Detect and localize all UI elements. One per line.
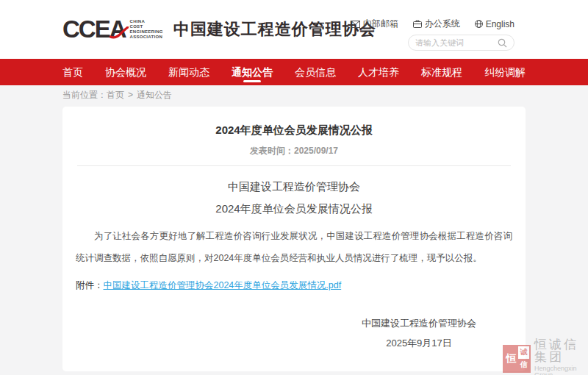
main-nav: 首页 协会概况 新闻动态 通知公告 会员信息 人才培养 标准规程 纠纷调解	[0, 59, 588, 85]
article-card: 2024年度单位会员发展情况公报 发表时间：2025/09/17 中国建设工程造…	[62, 107, 526, 371]
search-box	[408, 35, 514, 51]
site-logo[interactable]: CCEA CHINA COST ENGINEERING ASSOCIATION …	[62, 15, 376, 44]
hengchengxin-seal-icon: 恒 诚 信	[503, 345, 531, 373]
nav-item-standards[interactable]: 标准规程	[421, 59, 462, 85]
breadcrumb-current[interactable]: 通知公告	[137, 90, 172, 100]
breadcrumb-home[interactable]: 首页	[107, 90, 124, 100]
internal-mail-link[interactable]: 内部邮箱	[351, 18, 398, 30]
seal-char-left: 恒	[504, 346, 518, 371]
publish-date: 发表时间：2025/09/17	[62, 146, 526, 156]
body-heading-org: 中国建设工程造价管理协会	[62, 179, 526, 194]
english-label: English	[486, 19, 514, 29]
nav-item-notices[interactable]: 通知公告	[232, 59, 273, 85]
site-title: 中国建设工程造价管理协会	[173, 18, 376, 40]
header-utility-links: 内部邮箱 办公系统 English	[351, 18, 514, 30]
nav-item-news[interactable]: 新闻动态	[168, 59, 209, 85]
signature-date: 2025年9月17日	[362, 337, 476, 350]
watermark-name: 恒诚信集团	[534, 338, 588, 363]
title-divider	[77, 165, 511, 166]
article-title: 2024年度单位会员发展情况公报	[62, 107, 526, 138]
globe-icon	[475, 20, 483, 28]
logo-red-swoosh-icon	[110, 26, 129, 40]
search-icon[interactable]	[498, 38, 507, 48]
nav-item-association-overview[interactable]: 协会概况	[105, 59, 146, 85]
nav-item-home[interactable]: 首页	[62, 59, 83, 85]
seal-char-top: 诚	[518, 346, 529, 359]
search-input[interactable]	[415, 38, 498, 47]
nav-item-member-info[interactable]: 会员信息	[295, 59, 336, 85]
active-tab-underline	[243, 80, 261, 82]
attachment-pdf-link[interactable]: 中国建设工程造价管理协会2024年度单位会员发展情况.pdf	[104, 280, 342, 290]
hengchengxin-watermark: 恒 诚 信 恒诚信集团 Hengchengxin Group	[503, 338, 588, 375]
attachment-label: 附件：	[76, 280, 104, 290]
office-system-link[interactable]: 办公系统	[413, 18, 460, 30]
attachment-row: 附件：中国建设工程造价管理协会2024年度单位会员发展情况.pdf	[76, 279, 512, 292]
seal-char-bottom: 信	[518, 359, 529, 371]
office-system-label: 办公系统	[425, 18, 460, 30]
english-link[interactable]: English	[475, 18, 514, 30]
body-heading-title: 2024年度单位会员发展情况公报	[62, 201, 526, 216]
office-icon	[413, 20, 422, 28]
breadcrumb-separator: >	[128, 90, 133, 100]
nav-item-notices-label: 通知公告	[232, 66, 273, 78]
breadcrumb-prefix: 当前位置：	[62, 90, 107, 100]
watermark-name-en: Hengchengxin Group	[534, 365, 588, 375]
signature-name: 中国建设工程造价管理协会	[362, 317, 476, 330]
breadcrumb: 当前位置：首页>通知公告	[62, 89, 172, 101]
logo-acronym: CCEA	[62, 15, 126, 44]
signature-block: 中国建设工程造价管理协会 2025年9月17日	[362, 317, 476, 350]
site-header: CCEA CHINA COST ENGINEERING ASSOCIATION …	[0, 0, 588, 59]
nav-item-talent-training[interactable]: 人才培养	[358, 59, 399, 85]
mail-icon	[351, 21, 360, 28]
article-paragraph: 为了让社会各方更好地了解工程造价咨询行业发展状况，中国建设工程造价管理协会根据工…	[76, 225, 512, 269]
logo-tagline: CHINA COST ENGINEERING ASSOCIATION	[130, 19, 163, 40]
internal-mail-label: 内部邮箱	[363, 18, 398, 30]
nav-item-dispute-mediation[interactable]: 纠纷调解	[484, 59, 526, 85]
